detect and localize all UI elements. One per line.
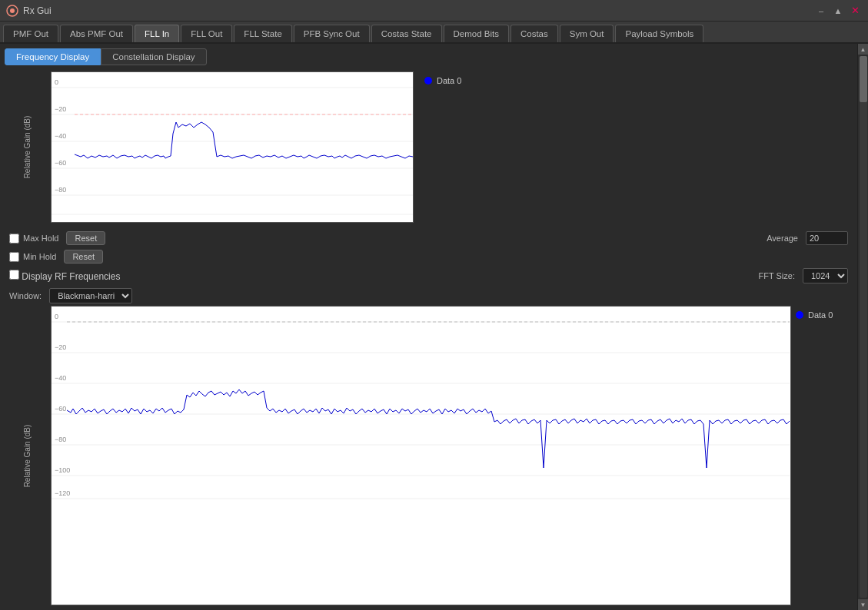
scrollbar-track xyxy=(860,56,867,598)
average-label: Average xyxy=(767,234,798,243)
svg-text:0: 0 xyxy=(55,313,58,320)
tab-sym-out[interactable]: Sym Out xyxy=(560,25,614,42)
titlebar-left: Rx Gui xyxy=(6,5,52,17)
top-chart-wrapper: Relative Gain (dB) 0 −20 −40 xyxy=(5,71,853,223)
average-spinbox[interactable] xyxy=(806,231,848,245)
tab-abs-pmf-out[interactable]: Abs PMF Out xyxy=(60,25,133,42)
min-hold-checkbox[interactable] xyxy=(9,252,19,262)
bottom-y-axis-label: Relative Gain (dB) xyxy=(24,424,32,487)
bottom-legend-label: Data 0 xyxy=(808,310,833,320)
min-hold-reset-button[interactable]: Reset xyxy=(64,250,103,264)
scrollbar-thumb[interactable] xyxy=(860,56,867,102)
scroll-up-button[interactable]: ▲ xyxy=(858,44,869,55)
bottom-chart-outer: Relative Gain (dB) 0 −20 −40 −60 xyxy=(5,306,853,605)
top-chart-svg: 0 −20 −40 −60 −80 xyxy=(52,72,413,222)
svg-text:−60: −60 xyxy=(55,405,66,413)
svg-text:−40: −40 xyxy=(55,374,66,382)
top-chart-area: 0 −20 −40 −60 −80 xyxy=(51,71,414,223)
display-rf-label[interactable]: Display RF Frequencies xyxy=(9,270,120,282)
fft-size-select[interactable]: 256 512 1024 2048 4096 xyxy=(803,268,848,283)
svg-text:−60: −60 xyxy=(55,159,66,167)
max-hold-row: Max Hold Reset Average xyxy=(5,229,853,247)
max-hold-checkbox[interactable] xyxy=(9,234,19,244)
tab-fll-in[interactable]: FLL In xyxy=(135,25,179,42)
subtab-frequency-display[interactable]: Frequency Display xyxy=(5,48,101,65)
min-hold-label[interactable]: Min Hold xyxy=(9,252,56,262)
subtab-bar: Frequency Display Constellation Display xyxy=(5,48,853,65)
top-legend-dot xyxy=(424,77,432,85)
svg-text:−80: −80 xyxy=(55,186,66,194)
minimize-button[interactable]: – xyxy=(814,4,828,18)
scroll-down-button[interactable]: ▼ xyxy=(858,599,869,610)
tab-fll-out[interactable]: FLL Out xyxy=(181,25,232,42)
max-hold-reset-button[interactable]: Reset xyxy=(66,231,105,245)
scrollbar: ▲ ▼ xyxy=(857,44,868,610)
top-legend-label: Data 0 xyxy=(437,76,461,85)
top-chart-outer: Relative Gain (dB) 0 −20 −40 xyxy=(5,71,414,223)
window-select[interactable]: Blackman-harri Hamming Hann Kaiser Recta… xyxy=(49,288,132,303)
svg-text:0: 0 xyxy=(55,78,58,86)
tab-costas-state[interactable]: Costas State xyxy=(371,25,442,42)
titlebar-controls: – ▲ ✕ xyxy=(814,4,862,18)
svg-text:−120: −120 xyxy=(55,489,70,497)
maximize-button[interactable]: ▲ xyxy=(831,4,845,18)
svg-text:−20: −20 xyxy=(55,105,66,113)
titlebar: Rx Gui – ▲ ✕ xyxy=(0,0,868,22)
options-row: Display RF Frequencies FFT Size: 256 512… xyxy=(5,266,853,286)
app-icon xyxy=(6,5,18,17)
tab-payload-symbols[interactable]: Payload Symbols xyxy=(615,25,703,42)
tab-fll-state[interactable]: FLL State xyxy=(234,25,291,42)
svg-point-1 xyxy=(10,8,15,13)
subtab-constellation-display[interactable]: Constellation Display xyxy=(101,48,206,65)
svg-rect-2 xyxy=(52,72,413,222)
top-y-label-container: Relative Gain (dB) xyxy=(5,71,51,223)
top-legend-area: Data 0 xyxy=(420,71,853,223)
svg-text:−80: −80 xyxy=(55,436,66,443)
fft-size-label: FFT Size: xyxy=(759,271,795,280)
main-tabbar: PMF Out Abs PMF Out FLL In FLL Out FLL S… xyxy=(0,22,868,44)
min-hold-row: Min Hold Reset xyxy=(5,247,853,266)
tab-costas[interactable]: Costas xyxy=(510,25,558,42)
tab-pfb-sync-out[interactable]: PFB Sync Out xyxy=(294,25,370,42)
bottom-legend-item: Data 0 xyxy=(796,310,848,320)
max-hold-label[interactable]: Max Hold xyxy=(9,234,58,244)
window-title: Rx Gui xyxy=(23,5,52,16)
bottom-chart-area: 0 −20 −40 −60 −80 −100 −120 xyxy=(51,306,791,605)
svg-text:−20: −20 xyxy=(55,343,66,351)
tab-demod-bits[interactable]: Demod Bits xyxy=(444,25,509,42)
bottom-chart-section: Relative Gain (dB) 0 −20 −40 −60 xyxy=(5,306,853,605)
bottom-chart-svg: 0 −20 −40 −60 −80 −100 −120 xyxy=(52,307,790,506)
window-label: Window: xyxy=(9,291,42,300)
top-y-axis-label: Relative Gain (dB) xyxy=(24,116,32,179)
bottom-legend-area: Data 0 xyxy=(791,306,853,605)
tab-pmf-out[interactable]: PMF Out xyxy=(3,25,58,42)
svg-text:−40: −40 xyxy=(55,132,66,140)
display-rf-checkbox[interactable] xyxy=(9,270,19,280)
close-button[interactable]: ✕ xyxy=(848,4,862,18)
window-row: Window: Blackman-harri Hamming Hann Kais… xyxy=(5,286,853,306)
content-area: Frequency Display Constellation Display … xyxy=(0,44,857,610)
bottom-legend-dot xyxy=(796,311,803,319)
svg-text:−100: −100 xyxy=(55,466,70,474)
svg-rect-15 xyxy=(52,307,790,506)
top-legend-item: Data 0 xyxy=(424,76,848,85)
bottom-y-label-container: Relative Gain (dB) xyxy=(5,306,51,605)
main-content: Frequency Display Constellation Display … xyxy=(0,44,868,610)
